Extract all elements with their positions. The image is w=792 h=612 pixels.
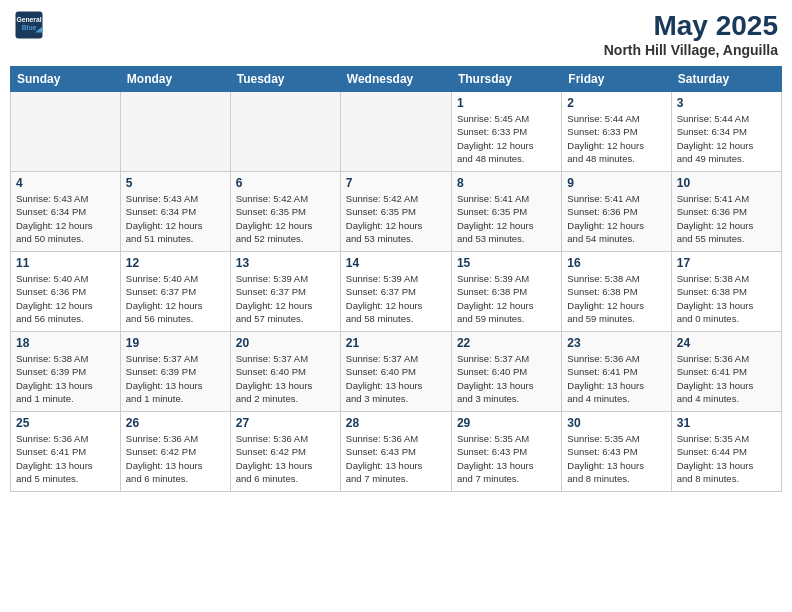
calendar-cell: 13Sunrise: 5:39 AMSunset: 6:37 PMDayligh… (230, 252, 340, 332)
calendar-cell: 1Sunrise: 5:45 AMSunset: 6:33 PMDaylight… (451, 92, 561, 172)
day-number: 2 (567, 96, 665, 110)
calendar-cell: 2Sunrise: 5:44 AMSunset: 6:33 PMDaylight… (562, 92, 671, 172)
day-info: Sunrise: 5:38 AMSunset: 6:38 PMDaylight:… (677, 272, 776, 325)
day-number: 4 (16, 176, 115, 190)
subtitle: North Hill Village, Anguilla (604, 42, 778, 58)
calendar-week-row: 1Sunrise: 5:45 AMSunset: 6:33 PMDaylight… (11, 92, 782, 172)
calendar-body: 1Sunrise: 5:45 AMSunset: 6:33 PMDaylight… (11, 92, 782, 492)
day-number: 10 (677, 176, 776, 190)
svg-text:Blue: Blue (22, 24, 37, 31)
day-number: 11 (16, 256, 115, 270)
day-info: Sunrise: 5:44 AMSunset: 6:33 PMDaylight:… (567, 112, 665, 165)
day-info: Sunrise: 5:39 AMSunset: 6:38 PMDaylight:… (457, 272, 556, 325)
calendar-cell: 12Sunrise: 5:40 AMSunset: 6:37 PMDayligh… (120, 252, 230, 332)
calendar-cell (230, 92, 340, 172)
day-header-sunday: Sunday (11, 67, 121, 92)
day-info: Sunrise: 5:36 AMSunset: 6:41 PMDaylight:… (677, 352, 776, 405)
day-info: Sunrise: 5:36 AMSunset: 6:41 PMDaylight:… (567, 352, 665, 405)
day-info: Sunrise: 5:37 AMSunset: 6:40 PMDaylight:… (457, 352, 556, 405)
calendar-cell: 27Sunrise: 5:36 AMSunset: 6:42 PMDayligh… (230, 412, 340, 492)
svg-text:General: General (16, 16, 41, 23)
calendar-cell (11, 92, 121, 172)
day-info: Sunrise: 5:39 AMSunset: 6:37 PMDaylight:… (346, 272, 446, 325)
day-info: Sunrise: 5:43 AMSunset: 6:34 PMDaylight:… (126, 192, 225, 245)
calendar-cell: 26Sunrise: 5:36 AMSunset: 6:42 PMDayligh… (120, 412, 230, 492)
calendar-cell (340, 92, 451, 172)
day-info: Sunrise: 5:43 AMSunset: 6:34 PMDaylight:… (16, 192, 115, 245)
calendar-cell: 24Sunrise: 5:36 AMSunset: 6:41 PMDayligh… (671, 332, 781, 412)
day-number: 7 (346, 176, 446, 190)
calendar-week-row: 11Sunrise: 5:40 AMSunset: 6:36 PMDayligh… (11, 252, 782, 332)
day-number: 20 (236, 336, 335, 350)
calendar-cell: 20Sunrise: 5:37 AMSunset: 6:40 PMDayligh… (230, 332, 340, 412)
calendar-cell (120, 92, 230, 172)
calendar-week-row: 4Sunrise: 5:43 AMSunset: 6:34 PMDaylight… (11, 172, 782, 252)
day-number: 19 (126, 336, 225, 350)
calendar-week-row: 18Sunrise: 5:38 AMSunset: 6:39 PMDayligh… (11, 332, 782, 412)
calendar-cell: 25Sunrise: 5:36 AMSunset: 6:41 PMDayligh… (11, 412, 121, 492)
day-info: Sunrise: 5:40 AMSunset: 6:37 PMDaylight:… (126, 272, 225, 325)
calendar-header-row: SundayMondayTuesdayWednesdayThursdayFrid… (11, 67, 782, 92)
day-info: Sunrise: 5:36 AMSunset: 6:42 PMDaylight:… (236, 432, 335, 485)
day-number: 30 (567, 416, 665, 430)
day-number: 29 (457, 416, 556, 430)
day-info: Sunrise: 5:38 AMSunset: 6:38 PMDaylight:… (567, 272, 665, 325)
day-number: 25 (16, 416, 115, 430)
day-header-thursday: Thursday (451, 67, 561, 92)
day-number: 26 (126, 416, 225, 430)
calendar-cell: 4Sunrise: 5:43 AMSunset: 6:34 PMDaylight… (11, 172, 121, 252)
day-number: 3 (677, 96, 776, 110)
calendar-cell: 15Sunrise: 5:39 AMSunset: 6:38 PMDayligh… (451, 252, 561, 332)
calendar-cell: 11Sunrise: 5:40 AMSunset: 6:36 PMDayligh… (11, 252, 121, 332)
day-info: Sunrise: 5:45 AMSunset: 6:33 PMDaylight:… (457, 112, 556, 165)
day-number: 13 (236, 256, 335, 270)
day-number: 24 (677, 336, 776, 350)
day-number: 17 (677, 256, 776, 270)
calendar-cell: 19Sunrise: 5:37 AMSunset: 6:39 PMDayligh… (120, 332, 230, 412)
day-header-saturday: Saturday (671, 67, 781, 92)
day-number: 12 (126, 256, 225, 270)
day-info: Sunrise: 5:38 AMSunset: 6:39 PMDaylight:… (16, 352, 115, 405)
day-number: 6 (236, 176, 335, 190)
page-header: General Blue May 2025 North Hill Village… (10, 10, 782, 58)
main-title: May 2025 (604, 10, 778, 42)
day-number: 21 (346, 336, 446, 350)
calendar-cell: 16Sunrise: 5:38 AMSunset: 6:38 PMDayligh… (562, 252, 671, 332)
day-info: Sunrise: 5:41 AMSunset: 6:35 PMDaylight:… (457, 192, 556, 245)
calendar-cell: 10Sunrise: 5:41 AMSunset: 6:36 PMDayligh… (671, 172, 781, 252)
calendar-cell: 30Sunrise: 5:35 AMSunset: 6:43 PMDayligh… (562, 412, 671, 492)
calendar-cell: 31Sunrise: 5:35 AMSunset: 6:44 PMDayligh… (671, 412, 781, 492)
day-info: Sunrise: 5:41 AMSunset: 6:36 PMDaylight:… (567, 192, 665, 245)
day-header-monday: Monday (120, 67, 230, 92)
day-header-friday: Friday (562, 67, 671, 92)
day-number: 15 (457, 256, 556, 270)
calendar-cell: 9Sunrise: 5:41 AMSunset: 6:36 PMDaylight… (562, 172, 671, 252)
day-header-wednesday: Wednesday (340, 67, 451, 92)
day-number: 31 (677, 416, 776, 430)
day-info: Sunrise: 5:35 AMSunset: 6:43 PMDaylight:… (457, 432, 556, 485)
calendar-table: SundayMondayTuesdayWednesdayThursdayFrid… (10, 66, 782, 492)
calendar-cell: 29Sunrise: 5:35 AMSunset: 6:43 PMDayligh… (451, 412, 561, 492)
calendar-cell: 5Sunrise: 5:43 AMSunset: 6:34 PMDaylight… (120, 172, 230, 252)
day-info: Sunrise: 5:35 AMSunset: 6:43 PMDaylight:… (567, 432, 665, 485)
day-info: Sunrise: 5:41 AMSunset: 6:36 PMDaylight:… (677, 192, 776, 245)
calendar-cell: 6Sunrise: 5:42 AMSunset: 6:35 PMDaylight… (230, 172, 340, 252)
day-info: Sunrise: 5:36 AMSunset: 6:42 PMDaylight:… (126, 432, 225, 485)
day-info: Sunrise: 5:42 AMSunset: 6:35 PMDaylight:… (346, 192, 446, 245)
day-info: Sunrise: 5:42 AMSunset: 6:35 PMDaylight:… (236, 192, 335, 245)
calendar-cell: 21Sunrise: 5:37 AMSunset: 6:40 PMDayligh… (340, 332, 451, 412)
day-info: Sunrise: 5:44 AMSunset: 6:34 PMDaylight:… (677, 112, 776, 165)
day-info: Sunrise: 5:37 AMSunset: 6:39 PMDaylight:… (126, 352, 225, 405)
day-info: Sunrise: 5:36 AMSunset: 6:41 PMDaylight:… (16, 432, 115, 485)
day-number: 18 (16, 336, 115, 350)
day-info: Sunrise: 5:37 AMSunset: 6:40 PMDaylight:… (346, 352, 446, 405)
calendar-cell: 3Sunrise: 5:44 AMSunset: 6:34 PMDaylight… (671, 92, 781, 172)
day-info: Sunrise: 5:39 AMSunset: 6:37 PMDaylight:… (236, 272, 335, 325)
title-block: May 2025 North Hill Village, Anguilla (604, 10, 778, 58)
calendar-week-row: 25Sunrise: 5:36 AMSunset: 6:41 PMDayligh… (11, 412, 782, 492)
calendar-cell: 17Sunrise: 5:38 AMSunset: 6:38 PMDayligh… (671, 252, 781, 332)
day-header-tuesday: Tuesday (230, 67, 340, 92)
day-number: 28 (346, 416, 446, 430)
calendar-cell: 23Sunrise: 5:36 AMSunset: 6:41 PMDayligh… (562, 332, 671, 412)
calendar-cell: 28Sunrise: 5:36 AMSunset: 6:43 PMDayligh… (340, 412, 451, 492)
